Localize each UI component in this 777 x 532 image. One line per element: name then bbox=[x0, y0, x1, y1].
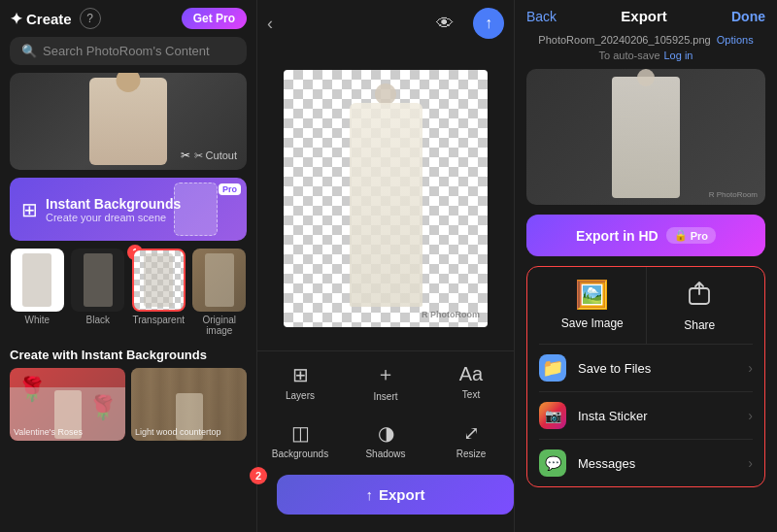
insta-sticker-row[interactable]: 📷 Insta Sticker › bbox=[539, 392, 753, 440]
right-watermark: R PhotoRoom bbox=[709, 190, 758, 199]
layers-icon: ⊞ bbox=[292, 363, 309, 386]
toolbar-text[interactable]: Aa Text bbox=[428, 351, 514, 412]
bg-label-black: Black bbox=[86, 315, 110, 325]
back-nav-button[interactable]: ‹ bbox=[267, 14, 273, 34]
save-to-files-label: Save to Files bbox=[578, 361, 651, 376]
share-box-icon bbox=[686, 279, 713, 313]
bg-option-white[interactable]: White bbox=[10, 249, 65, 336]
eye-button[interactable]: 👁 bbox=[436, 14, 454, 34]
right-preview: R PhotoRoom bbox=[526, 69, 765, 205]
right-panel: Back Export Done PhotoRoom_20240206_1059… bbox=[515, 0, 777, 532]
create-label: Create bbox=[26, 11, 72, 27]
insert-icon: ＋ bbox=[376, 361, 395, 387]
save-image-item[interactable]: 🖼️ Save Image bbox=[539, 267, 647, 344]
chevron-icon-insta: › bbox=[748, 408, 753, 423]
messages-icon: 💬 bbox=[539, 449, 566, 477]
autosave-row: To auto-save Log in bbox=[515, 48, 777, 69]
export-label: Export bbox=[379, 486, 425, 503]
top-bar-left: ✦ Create ? Get Pro bbox=[0, 0, 256, 37]
gallery-row: 🌹 🌹 Valentine's Roses Light wood counter… bbox=[0, 368, 256, 441]
export-hd-label: Export in HD bbox=[576, 228, 659, 244]
bg-label-transparent: Transparent bbox=[132, 315, 185, 325]
toolbar-insert-label: Insert bbox=[373, 391, 397, 402]
done-button[interactable]: Done bbox=[731, 9, 765, 24]
bg-thumb-white bbox=[11, 249, 64, 312]
share-item[interactable]: Share bbox=[647, 267, 754, 344]
right-preview-person bbox=[612, 77, 680, 198]
toolbar-shadows[interactable]: ◑ Shadows bbox=[343, 412, 428, 469]
shadows-icon: ◑ bbox=[378, 421, 394, 445]
middle-top-bar: ‹ 👁 ↑ bbox=[257, 0, 514, 47]
filename-text: PhotoRoom_20240206_105925.png bbox=[538, 34, 710, 46]
instant-bg-icon: ⊞ bbox=[21, 198, 38, 221]
help-button[interactable]: ? bbox=[80, 8, 101, 29]
bg-options-row: White Black 1 Transparent Original image bbox=[0, 249, 256, 344]
bg-thumb-transparent bbox=[132, 249, 186, 312]
save-to-files-row[interactable]: 📁 Save to Files › bbox=[539, 345, 753, 392]
right-top-bar: Back Export Done bbox=[515, 0, 777, 32]
chevron-icon-files: › bbox=[748, 360, 753, 376]
bg-label-white: White bbox=[24, 315, 50, 325]
search-bar[interactable]: 🔍 Search PhotoRoom's Content bbox=[10, 37, 247, 65]
bg-label-original: Original image bbox=[192, 315, 248, 336]
canvas-preview: R PhotoRoom bbox=[284, 70, 488, 327]
cutout-person-silhouette bbox=[89, 78, 167, 165]
toolbar-rows: ⊞ Layers ＋ Insert Aa Text ◫ Backgrounds … bbox=[257, 350, 514, 469]
toolbar-layers[interactable]: ⊞ Layers bbox=[257, 351, 343, 412]
save-share-row: 🖼️ Save Image Share bbox=[539, 267, 753, 345]
get-pro-button[interactable]: Get Pro bbox=[182, 8, 247, 29]
bg-option-black[interactable]: Black bbox=[71, 249, 126, 336]
export-options-list: 🖼️ Save Image Share 📁 Save to Files › bbox=[526, 266, 765, 487]
middle-panel: ‹ 👁 ↑ R PhotoRoom ⊞ Layers ＋ Insert bbox=[257, 0, 515, 532]
filename-row: PhotoRoom_20240206_105925.png Options bbox=[515, 32, 777, 48]
save-image-label: Save Image bbox=[561, 316, 624, 330]
instant-bg-title: Instant Backgrounds bbox=[46, 196, 181, 212]
pro-text: Pro bbox=[691, 230, 708, 242]
save-to-files-icon: 📁 bbox=[539, 354, 566, 382]
scissors-icon: ✂ bbox=[181, 149, 190, 162]
toolbar-shadows-label: Shadows bbox=[365, 449, 405, 459]
toolbar-text-label: Text bbox=[462, 389, 480, 400]
bg-option-transparent[interactable]: 1 Transparent bbox=[131, 249, 186, 336]
upload-icon: ↑ bbox=[485, 15, 492, 32]
messages-row[interactable]: 💬 Messages › bbox=[539, 440, 753, 486]
options-button[interactable]: Options bbox=[717, 34, 754, 46]
resize-icon: ⤢ bbox=[463, 421, 480, 445]
messages-label: Messages bbox=[578, 456, 635, 471]
share-upload-button[interactable]: ↑ bbox=[473, 8, 504, 39]
gallery-label-roses: Valentine's Roses bbox=[14, 427, 83, 437]
right-back-button[interactable]: Back bbox=[526, 9, 557, 24]
search-icon: 🔍 bbox=[21, 44, 37, 58]
toolbar-backgrounds[interactable]: ◫ Backgrounds bbox=[257, 412, 343, 469]
toolbar-layers-label: Layers bbox=[286, 390, 315, 401]
instant-bg-thumbnail bbox=[174, 183, 218, 236]
pro-badge: Pro bbox=[219, 183, 241, 195]
insta-sticker-icon: 📷 bbox=[539, 402, 566, 429]
create-button[interactable]: ✦ Create bbox=[10, 10, 72, 28]
toolbar-backgrounds-label: Backgrounds bbox=[272, 449, 328, 459]
gallery-item-roses[interactable]: 🌹 🌹 Valentine's Roses bbox=[10, 368, 125, 441]
share-label: Share bbox=[684, 318, 715, 332]
instant-bg-text: Instant Backgrounds Create your dream sc… bbox=[46, 196, 181, 223]
export-upload-icon: ↑ bbox=[365, 486, 373, 503]
chevron-icon-messages: › bbox=[748, 455, 753, 471]
gallery-item-wood[interactable]: Light wood countertop bbox=[131, 368, 247, 441]
toolbar-insert[interactable]: ＋ Insert bbox=[343, 351, 428, 412]
export-button[interactable]: ↑ Export bbox=[277, 475, 514, 515]
backgrounds-icon: ◫ bbox=[291, 421, 310, 445]
toolbar-resize[interactable]: ⤢ Resize bbox=[428, 412, 514, 469]
right-panel-title: Export bbox=[557, 8, 731, 24]
instant-backgrounds-card[interactable]: ⊞ Instant Backgrounds Create your dream … bbox=[10, 178, 247, 241]
login-button[interactable]: Log in bbox=[664, 50, 693, 61]
create-instant-title: Create with Instant Backgrounds bbox=[0, 344, 256, 368]
bg-thumb-black bbox=[71, 249, 124, 312]
bg-option-original[interactable]: Original image bbox=[192, 249, 248, 336]
cutout-preview: ✂ ✂ Cutout bbox=[10, 73, 247, 170]
gallery-label-wood: Light wood countertop bbox=[135, 427, 221, 437]
canvas-area: R PhotoRoom bbox=[257, 47, 514, 350]
pro-badge-hd: 🔒 Pro bbox=[666, 227, 716, 244]
photos-icon: 🖼️ bbox=[575, 279, 609, 311]
export-hd-button[interactable]: Export in HD 🔒 Pro bbox=[526, 215, 765, 256]
text-icon: Aa bbox=[459, 363, 483, 385]
watermark: R PhotoRoom bbox=[422, 310, 480, 319]
